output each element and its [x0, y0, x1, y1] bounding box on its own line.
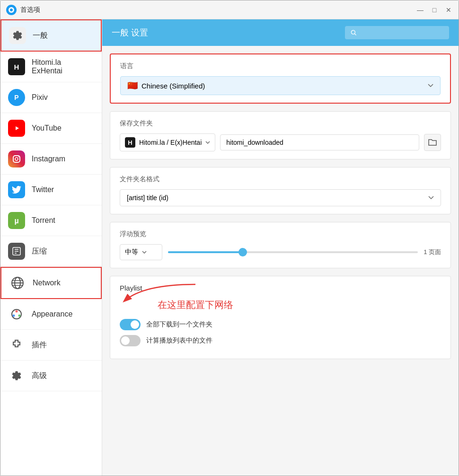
sidebar-item-instagram-label: Instagram [32, 155, 65, 163]
content-area: 一般 设置 语言 🇨🇳 Chinese (Simplified) [102, 19, 459, 476]
torrent-icon: µ [8, 212, 25, 229]
sidebar-item-advanced[interactable]: 高级 [0, 361, 102, 391]
folder-format-section: 文件夹名格式 [artist] title (id) [110, 167, 451, 214]
language-section: 语言 🇨🇳 Chinese (Simplified) [110, 53, 451, 104]
path-input[interactable] [220, 134, 419, 150]
sidebar-item-hitomi-labels: Hitomi.la ExHentai [32, 58, 62, 75]
preview-section: 浮动预览 中等 1 页面 [110, 222, 451, 268]
svg-text:P: P [14, 94, 18, 101]
preview-slider-container [168, 247, 418, 257]
site-name: Hitomi.la / E(x)Hentai [139, 139, 202, 146]
sidebar-item-youtube-label: YouTube [32, 124, 62, 132]
twitter-icon [8, 181, 25, 198]
slider-label: 1 页面 [424, 248, 441, 256]
search-input[interactable] [361, 29, 443, 36]
compress-icon [8, 243, 25, 260]
sidebar-item-plugins[interactable]: 插件 [0, 330, 102, 361]
network-icon [9, 274, 26, 291]
annotation-container: 在这里配置下网络 [120, 299, 441, 311]
language-title: 语言 [120, 62, 441, 71]
site-selector[interactable]: H Hitomi.la / E(x)Hentai [120, 133, 215, 151]
instagram-icon [8, 150, 25, 167]
appearance-icon [8, 306, 25, 323]
sidebar-item-network-label: Network [33, 279, 61, 287]
content-header: 一般 设置 [102, 19, 459, 46]
format-selector[interactable]: [artist] title (id) [120, 189, 441, 206]
folder-format-title: 文件夹名格式 [120, 175, 441, 184]
sidebar-item-advanced-label: 高级 [32, 371, 47, 381]
sidebar-item-instagram[interactable]: Instagram [0, 144, 102, 175]
sidebar-item-torrent[interactable]: µ Torrent [0, 205, 102, 236]
sidebar-item-general[interactable]: 一般 [0, 19, 102, 52]
sidebar-item-torrent-label: Torrent [32, 216, 55, 225]
plugins-icon [8, 336, 25, 353]
svg-point-19 [18, 315, 21, 317]
flag-icon: 🇨🇳 [127, 80, 138, 91]
sidebar-item-appearance-label: Appearance [32, 310, 72, 318]
save-folder-title: 保存文件夹 [120, 119, 441, 128]
close-button[interactable]: ✕ [444, 6, 453, 14]
svg-point-6 [18, 157, 19, 158]
hitomi-icon: H [8, 58, 25, 75]
slider-thumb[interactable] [238, 248, 247, 256]
maximize-button[interactable]: □ [430, 6, 439, 14]
search-container [345, 26, 449, 39]
preferences-window: 首选项 — □ ✕ 一般 H [0, 0, 459, 476]
site-chevron-icon [205, 141, 210, 144]
sidebar-item-compress[interactable]: 压缩 [0, 236, 102, 267]
sidebar-item-appearance[interactable]: Appearance [0, 299, 102, 330]
save-folder-row: H Hitomi.la / E(x)Hentai [120, 133, 441, 151]
content-title: 一般 设置 [112, 27, 148, 38]
sidebar-item-compress-label: 压缩 [32, 247, 47, 256]
minimize-button[interactable]: — [416, 6, 424, 14]
svg-point-5 [15, 158, 18, 160]
sidebar-item-pixiv[interactable]: P Pixiv [0, 82, 102, 113]
toggle-row-1: 全部下载到一个文件夹 [120, 319, 441, 330]
preview-chevron-icon [142, 251, 147, 254]
save-folder-section: 保存文件夹 H Hitomi.la / E(x)Hentai [110, 111, 451, 159]
sidebar-item-hitomi[interactable]: H Hitomi.la ExHentai [0, 52, 102, 82]
youtube-icon [8, 120, 25, 137]
app-icon [6, 5, 17, 15]
sidebar-item-plugins-label: 插件 [32, 340, 47, 350]
sidebar-item-youtube[interactable]: YouTube [0, 113, 102, 144]
window-title: 首选项 [20, 6, 416, 14]
pixiv-icon: P [8, 89, 25, 106]
folder-browse-button[interactable] [424, 134, 441, 151]
toggle-count-files[interactable] [120, 335, 141, 346]
main-content: 一般 H Hitomi.la ExHentai P Pixiv [0, 19, 459, 476]
toggle-download-all[interactable] [120, 319, 141, 330]
preview-row: 中等 1 页面 [120, 244, 441, 260]
window-controls: — □ ✕ [416, 6, 453, 14]
sidebar-item-twitter-label: Twitter [32, 185, 54, 194]
svg-point-18 [16, 310, 18, 313]
format-chevron-icon [428, 196, 434, 200]
toggle-thumb-2 [121, 336, 130, 345]
playlist-title: Playlist [120, 284, 441, 292]
preview-level: 中等 [125, 248, 138, 256]
slider-track [168, 251, 418, 253]
sidebar: 一般 H Hitomi.la ExHentai P Pixiv [0, 19, 102, 476]
advanced-icon [8, 367, 25, 384]
sidebar-item-network[interactable]: Network [0, 267, 102, 299]
chevron-down-icon [428, 84, 433, 88]
preview-title: 浮动预览 [120, 230, 441, 238]
sidebar-item-general-label: 一般 [33, 31, 48, 41]
toggle-row-2: 计算播放列表中的文件 [120, 335, 441, 346]
svg-text:µ: µ [14, 217, 18, 225]
svg-marker-3 [16, 126, 19, 130]
site-icon: H [125, 137, 135, 148]
sidebar-item-twitter[interactable]: Twitter [0, 175, 102, 205]
toggle-label-2: 计算播放列表中的文件 [146, 336, 212, 345]
titlebar: 首选项 — □ ✕ [0, 0, 459, 19]
gear-icon [9, 27, 26, 44]
svg-point-20 [13, 315, 15, 317]
sidebar-item-pixiv-label: Pixiv [32, 93, 48, 102]
format-value: [artist] title (id) [127, 194, 428, 202]
toggle-label-1: 全部下载到一个文件夹 [146, 320, 212, 329]
preview-level-selector[interactable]: 中等 [120, 244, 162, 260]
svg-line-22 [355, 34, 356, 35]
svg-point-21 [351, 30, 355, 34]
playlist-section: Playlist 在这里配置下网络 [110, 276, 451, 359]
annotation-text: 在这里配置下网络 [158, 300, 233, 310]
